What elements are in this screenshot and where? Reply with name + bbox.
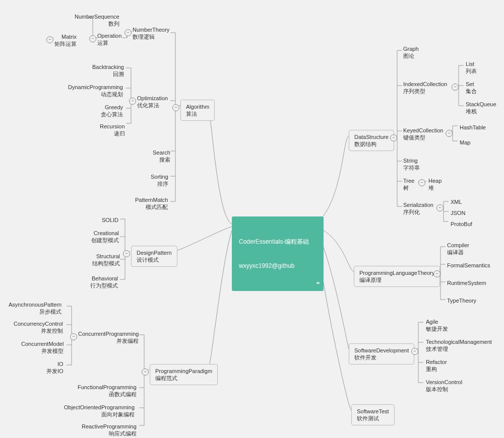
node-creational[interactable]: Creational 创建型模式 [91,230,119,244]
label-zh: 字符串 [403,165,420,171]
toggle-paradigm[interactable]: − [142,369,149,376]
label: ObjectOrientedProgramming [64,404,135,410]
node-optimization[interactable]: Optimization 优化算法 [137,95,168,109]
node-numbertheory[interactable]: NumberTheory 数理逻辑 [133,26,169,40]
label: Map [460,139,470,145]
node-string[interactable]: String 字符串 [403,157,420,171]
node-versioncontrol[interactable]: VersionControl 版本控制 [426,379,462,393]
node-concurrentmodel[interactable]: ConcurrentModel 并发模型 [21,340,64,354]
node-list[interactable]: List 列表 [466,60,477,75]
node-async[interactable]: AsynchronousPattern 异步模式 [9,301,61,315]
node-set[interactable]: Set 集合 [466,81,477,95]
node-behavioral[interactable]: Behavioral 行为型模式 [90,275,118,289]
label-zh: 算法 [186,111,197,117]
label-zh: 数列 [108,21,119,27]
toggle-keyed[interactable]: − [446,130,453,137]
node-heap[interactable]: Heap 堆 [428,177,442,191]
label-zh: 序列化 [403,209,420,215]
node-plt[interactable]: ProgrammingLanguageTheory 编译原理 [354,266,440,287]
toggle-algorithm[interactable]: − [172,104,179,111]
node-graph[interactable]: Graph 图论 [403,45,419,59]
node-algorithm[interactable]: Algorithm 算法 [180,100,215,121]
node-xml[interactable]: XML [451,198,462,205]
label-zh: 排序 [157,181,168,187]
label: ReactiveProgramming [82,423,137,429]
label: Refactor [426,359,447,365]
node-concurrent[interactable]: ConcurrentProgramming 并发编程 [78,330,139,344]
node-stackqueue[interactable]: StackQueue 堆栈 [466,101,496,115]
node-matrix[interactable]: Matrix 矩阵运算 [54,33,77,47]
label-zh: 树 [403,185,409,191]
node-techmgmt[interactable]: TechnologicalManagement 技术管理 [426,338,492,352]
node-search[interactable]: Search 搜索 [153,149,170,163]
node-map[interactable]: Map [460,139,470,146]
root-node[interactable]: CoderEssentials-编程基础 wxyyxc1992@github ⚭ [232,216,324,291]
label-zh: 矩阵运算 [54,41,77,47]
node-concurrencyctrl[interactable]: ConcurrencyControl 并发控制 [14,320,63,334]
node-tree[interactable]: Tree 树 [403,177,414,191]
toggle-numbertheory[interactable]: − [124,29,132,36]
node-fp[interactable]: FunctionalProgramming 函数式编程 [78,384,137,398]
label-zh: 软件开发 [354,354,376,360]
toggle-operation[interactable]: − [89,35,96,42]
toggle-plt[interactable]: − [433,270,440,277]
label-zh: 编程范式 [155,375,177,381]
label: JSON [451,210,465,216]
node-structural[interactable]: Structural 结构型模式 [92,253,120,267]
node-typetheory[interactable]: TypeTheory [447,297,476,304]
label: ProgrammingParadigm [155,368,212,374]
label-zh: 数理逻辑 [133,34,155,40]
label: Greedy [105,104,123,110]
node-serialization[interactable]: Serialization 序列化 [403,201,433,215]
toggle-matrix[interactable]: − [46,36,53,43]
node-greedy[interactable]: Greedy 贪心算法 [101,104,123,118]
node-hashtable[interactable]: HashTable [460,124,486,131]
node-refactor[interactable]: Refactor 重构 [426,358,447,373]
node-io[interactable]: IO 并发IO [46,360,64,375]
label-zh: 堆 [428,185,434,191]
node-operation[interactable]: Operation 运算 [97,32,121,46]
toggle-designpattern[interactable]: − [123,250,130,257]
toggle-serialization[interactable]: − [436,204,444,211]
toggle-indexed[interactable]: − [452,84,459,91]
label: VersionControl [426,379,462,385]
node-compiler[interactable]: Compiler 编译器 [447,242,469,256]
label: TechnologicalManagement [426,339,492,345]
node-reactive[interactable]: ReactiveProgramming 响应式编程 [82,423,137,437]
toggle-tree[interactable]: − [418,179,425,186]
label-zh: 异步模式 [39,309,61,315]
node-protobuf[interactable]: ProtoBuf [451,221,472,228]
node-json[interactable]: JSON [451,209,465,216]
node-paradigm[interactable]: ProgrammingParadigm 编程范式 [150,364,218,385]
node-keyed[interactable]: KeyedCollection 键值类型 [403,127,444,141]
node-datastructure[interactable]: DataStructure 数据结构 [349,130,394,151]
node-agile[interactable]: Agile 敏捷开发 [426,318,448,332]
node-solid[interactable]: SOLID [102,216,118,224]
node-dp[interactable]: DynamicProgramming 动态规划 [68,84,123,98]
node-runtimesystem[interactable]: RuntimeSystem [447,279,486,286]
node-patternmatch[interactable]: PatternMatch 模式匹配 [135,196,168,210]
label-zh: 敏捷开发 [426,326,448,332]
label-zh: 运算 [97,40,108,46]
toggle-softdev[interactable]: − [411,348,418,355]
node-backtracking[interactable]: Backtracking 回溯 [92,63,124,78]
label: List [466,61,474,67]
node-numbersequence[interactable]: NumberSequence 数列 [75,13,119,27]
toggle-concurrent[interactable]: − [70,333,77,340]
node-oop[interactable]: ObjectOrientedProgramming 面向对象编程 [64,404,135,418]
label-zh: 图论 [403,53,414,59]
node-softtest[interactable]: SoftwareTest 软件测试 [351,404,395,425]
node-recursion[interactable]: Recursion 递归 [100,123,125,137]
label-zh: 并发模型 [41,348,64,354]
node-softdev[interactable]: SoftwareDevelopment 软件开发 [349,343,414,364]
label-zh: 回溯 [113,71,124,77]
root-title: CoderEssentials-编程基础 [239,238,317,246]
label-zh: 技术管理 [426,346,448,352]
label: DesignPattern [137,250,172,256]
node-formalsemantics[interactable]: FormalSemantics [447,262,490,269]
toggle-datastructure[interactable]: − [390,134,397,141]
node-designpattern[interactable]: DesignPattern 设计模式 [131,246,177,267]
node-sorting[interactable]: Sorting 排序 [151,173,168,187]
node-indexed[interactable]: IndexedCollection 序列类型 [403,81,447,95]
toggle-optimization[interactable]: − [129,98,136,105]
